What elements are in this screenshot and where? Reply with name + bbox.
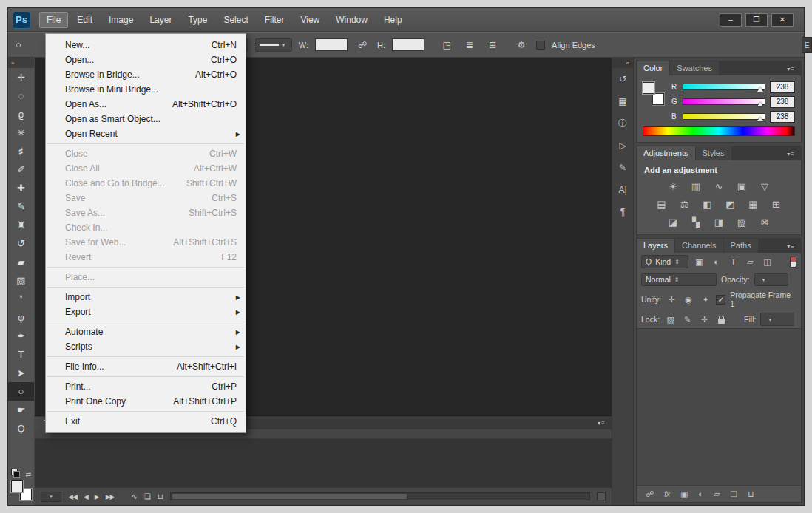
propagate-frame-checkbox[interactable]: ✓ bbox=[716, 295, 725, 305]
tween-frames-icon[interactable]: ∿ bbox=[132, 492, 138, 500]
black-white-icon[interactable]: ◧ bbox=[700, 198, 715, 210]
paragraph-panel-icon[interactable]: ¶ bbox=[612, 201, 633, 223]
gear-icon[interactable]: ⚙ bbox=[513, 38, 530, 52]
menu-item-close[interactable]: CloseCtrl+W bbox=[46, 146, 246, 161]
timeline-scrollbar[interactable] bbox=[170, 492, 590, 500]
menu-item-save-for-web[interactable]: Save for Web...Alt+Shift+Ctrl+S bbox=[46, 235, 246, 250]
blue-value-field[interactable]: 238 bbox=[770, 111, 795, 123]
menu-filter[interactable]: Filter bbox=[257, 12, 292, 28]
menu-item-automate[interactable]: Automate▶ bbox=[46, 325, 246, 339]
blue-slider[interactable] bbox=[683, 113, 765, 120]
elliptical-marquee-tool[interactable]: ◌ bbox=[8, 86, 34, 105]
foreground-color-swatch[interactable] bbox=[643, 82, 654, 94]
tool-preset-icon[interactable]: ○ bbox=[16, 39, 21, 50]
menu-item-open-as-smart-object[interactable]: Open as Smart Object... bbox=[46, 112, 246, 126]
path-selection-tool[interactable]: ➤ bbox=[8, 364, 34, 382]
filter-adjustment-layers-icon[interactable]: ◐ bbox=[710, 256, 723, 268]
menu-item-scripts[interactable]: Scripts▶ bbox=[46, 339, 246, 354]
unify-layer-style-icon[interactable]: ✦ bbox=[700, 293, 712, 305]
workspace-switcher[interactable]: E bbox=[802, 37, 812, 53]
next-frame-button[interactable]: ▶▶ bbox=[106, 493, 115, 500]
layer-style-icon[interactable]: fx bbox=[664, 490, 670, 498]
history-brush-tool[interactable]: ↺ bbox=[8, 234, 34, 253]
vibrance-icon[interactable]: ▽ bbox=[757, 180, 772, 192]
opacity-dropdown[interactable]: ▾ bbox=[754, 273, 788, 286]
photo-filter-icon[interactable]: ◩ bbox=[723, 198, 738, 210]
invert-icon[interactable]: ◪ bbox=[666, 216, 680, 228]
path-arrangement-icon[interactable]: ⊞ bbox=[484, 38, 501, 52]
menu-select[interactable]: Select bbox=[216, 12, 255, 28]
green-value-field[interactable]: 238 bbox=[770, 96, 795, 108]
gradient-tool[interactable]: ▧ bbox=[8, 271, 34, 290]
layer-filter-toggle[interactable] bbox=[790, 256, 796, 268]
menu-item-browse-in-mini-bridge[interactable]: Browse in Mini Bridge... bbox=[46, 82, 246, 97]
move-tool[interactable]: ✛ bbox=[8, 68, 34, 86]
color-balance-icon[interactable]: ⚖ bbox=[677, 198, 692, 210]
magic-wand-tool[interactable]: ✳ bbox=[8, 123, 34, 142]
delete-frame-icon[interactable]: ⊔ bbox=[158, 492, 163, 500]
menu-item-open[interactable]: Open...Ctrl+O bbox=[46, 52, 246, 67]
collapse-toolbar-icon[interactable]: » bbox=[8, 58, 34, 68]
eraser-tool[interactable]: ▰ bbox=[8, 253, 34, 271]
align-edges-checkbox[interactable] bbox=[536, 41, 545, 50]
panel-menu-icon[interactable]: ▾≡ bbox=[787, 151, 801, 160]
menu-item-save-as[interactable]: Save As...Shift+Ctrl+S bbox=[46, 205, 246, 220]
menu-item-print[interactable]: Print...Ctrl+P bbox=[46, 379, 246, 394]
new-layer-icon[interactable]: ❏ bbox=[730, 489, 737, 499]
delete-layer-icon[interactable]: ⊔ bbox=[748, 489, 754, 499]
blend-mode-dropdown[interactable]: Normal ⇕ bbox=[641, 273, 717, 286]
menu-layer[interactable]: Layer bbox=[142, 12, 179, 28]
menu-item-save[interactable]: SaveCtrl+S bbox=[46, 191, 246, 205]
tool-presets-panel-icon[interactable]: ▦ bbox=[612, 90, 633, 112]
menu-item-check-in[interactable]: Check In... bbox=[46, 220, 246, 235]
menu-item-export[interactable]: Export▶ bbox=[46, 305, 246, 319]
slider-handle[interactable] bbox=[757, 117, 763, 121]
foreground-color-swatch[interactable] bbox=[11, 480, 23, 492]
link-dimensions-icon[interactable]: ☍ bbox=[354, 38, 371, 52]
zoom-tool[interactable]: Ϙ bbox=[8, 419, 34, 438]
menu-image[interactable]: Image bbox=[101, 12, 141, 28]
layers-list[interactable] bbox=[637, 328, 801, 486]
height-input[interactable] bbox=[392, 38, 424, 51]
green-slider[interactable] bbox=[683, 98, 765, 105]
red-value-field[interactable]: 238 bbox=[770, 81, 795, 93]
adjustment-layer-icon[interactable]: ◐ bbox=[698, 489, 703, 498]
eyedropper-tool[interactable]: ✐ bbox=[8, 160, 34, 179]
levels-icon[interactable]: ▥ bbox=[688, 180, 703, 192]
red-slider[interactable] bbox=[683, 84, 765, 90]
layer-mask-icon[interactable]: ▣ bbox=[680, 489, 688, 499]
blur-tool[interactable]: ❜ bbox=[8, 290, 34, 308]
color-lookup-icon[interactable]: ⊞ bbox=[769, 198, 784, 210]
filter-smart-objects-icon[interactable]: ◫ bbox=[761, 256, 774, 268]
play-button[interactable]: ▶ bbox=[95, 493, 99, 500]
menu-item-close-and-go-to-bridge[interactable]: Close and Go to Bridge...Shift+Ctrl+W bbox=[46, 176, 246, 191]
clone-stamp-tool[interactable]: ♜ bbox=[8, 216, 34, 234]
brush-tool[interactable]: ✎ bbox=[8, 197, 34, 216]
hand-tool[interactable]: ☛ bbox=[8, 401, 34, 419]
swap-colors-icon[interactable]: ⇄ bbox=[25, 471, 31, 478]
stroke-options-dropdown[interactable]: ▾ bbox=[255, 38, 292, 52]
menu-type[interactable]: Type bbox=[180, 12, 214, 28]
pen-tool[interactable]: ✒ bbox=[8, 327, 34, 345]
maximize-button[interactable]: ❐ bbox=[745, 13, 768, 27]
fill-dropdown[interactable]: ▾ bbox=[760, 313, 794, 326]
width-input[interactable] bbox=[315, 38, 348, 51]
menu-file[interactable]: File bbox=[39, 12, 68, 28]
previous-frame-button[interactable]: ◀ bbox=[84, 493, 88, 500]
path-operations-icon[interactable]: ◳ bbox=[439, 38, 455, 52]
menu-item-revert[interactable]: RevertF12 bbox=[46, 250, 246, 265]
history-panel-icon[interactable]: ↺ bbox=[612, 68, 633, 90]
layer-group-icon[interactable]: ▱ bbox=[714, 489, 720, 499]
filter-kind-dropdown[interactable]: Ϙ Kind ⇕ bbox=[641, 255, 688, 268]
selective-color-icon[interactable]: ⊠ bbox=[757, 216, 772, 228]
lock-all-icon[interactable] bbox=[715, 313, 728, 325]
brush-panel-icon[interactable]: ✎ bbox=[612, 157, 633, 179]
exposure-icon[interactable]: ▣ bbox=[734, 180, 749, 192]
menu-view[interactable]: View bbox=[293, 12, 327, 28]
filter-type-layers-icon[interactable]: T bbox=[727, 256, 740, 268]
panel-menu-icon[interactable]: ▾≡ bbox=[787, 243, 801, 253]
tab-adjustments[interactable]: Adjustments bbox=[637, 146, 695, 160]
lock-transparent-pixels-icon[interactable]: ▨ bbox=[664, 313, 677, 325]
healing-brush-tool[interactable]: ✚ bbox=[8, 179, 34, 197]
lasso-tool[interactable]: ϱ bbox=[8, 105, 34, 123]
